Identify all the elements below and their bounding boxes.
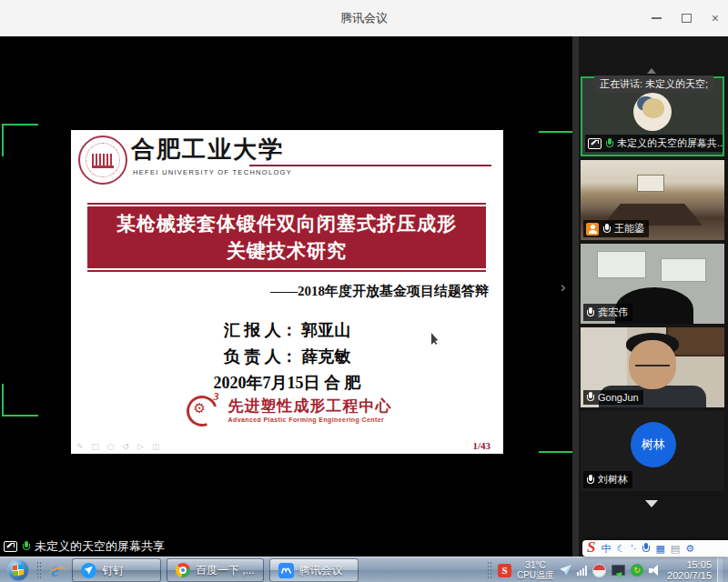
mic-icon bbox=[586, 392, 594, 403]
ime-keyboard-icon[interactable] bbox=[655, 540, 664, 557]
ime-lang-icon[interactable] bbox=[601, 540, 611, 557]
collapse-panel-chevron-icon[interactable] bbox=[561, 280, 565, 295]
sogou-tray-icon[interactable]: S bbox=[498, 564, 511, 577]
window-titlebar: 腾讯会议 × bbox=[0, 0, 728, 36]
slide-title-line1: 某枪械接套体锻件双向闭塞式挤压成形 bbox=[89, 210, 484, 237]
show-desktop-button[interactable] bbox=[717, 557, 723, 582]
participant-tile[interactable]: 龚宏伟 bbox=[581, 244, 724, 324]
ime-toolbox-icon[interactable] bbox=[685, 540, 694, 557]
screen-share-icon bbox=[588, 138, 602, 149]
mic-on-icon bbox=[22, 541, 30, 552]
speaking-banner: 正在讲话: 未定义的天空; bbox=[594, 75, 713, 93]
windows-taskbar: e 钉钉 百度一下 ,... 腾讯会议 S 31°C CPU温度 bbox=[0, 557, 728, 582]
tray-clock[interactable]: 15:05 2020/7/15 bbox=[667, 559, 712, 581]
center-emblem-icon: 3 bbox=[183, 392, 221, 426]
taskbar-button-label: 百度一下 ,... bbox=[196, 563, 255, 578]
participant-name: 刘树林 bbox=[598, 473, 628, 487]
ime-clipboard-icon[interactable] bbox=[671, 540, 680, 557]
taskbar-grip[interactable] bbox=[36, 561, 42, 579]
start-button[interactable] bbox=[7, 559, 29, 581]
participant-name-tag: 刘树林 bbox=[583, 471, 632, 488]
share-region-marker bbox=[2, 384, 38, 416]
avatar: 树林 bbox=[631, 422, 676, 467]
window-title: 腾讯会议 bbox=[340, 10, 388, 26]
center-logo-block: 3 先进塑性成形工程中心 Advanced Plastic Forming En… bbox=[71, 392, 503, 426]
security-shield-icon[interactable] bbox=[631, 564, 643, 577]
signal-bars-icon[interactable] bbox=[577, 566, 587, 576]
participant-tile[interactable]: 王能鎏 bbox=[581, 160, 724, 240]
participant-name: 未定义的天空的屏幕共... bbox=[617, 136, 724, 150]
taskbar-button-dingtalk[interactable]: 钉钉 bbox=[72, 558, 161, 582]
app-window: 腾讯会议 × 合肥工业大学 HEFEI UNIVERSITY OF TECHNO… bbox=[0, 0, 728, 582]
internet-explorer-icon[interactable]: e bbox=[51, 561, 59, 579]
share-region-marker bbox=[539, 418, 577, 453]
dingtalk-icon bbox=[81, 563, 96, 578]
taskbar-button-meeting[interactable]: 腾讯会议 bbox=[269, 558, 359, 582]
presenter-line: 汇 报 人： 郭亚山 bbox=[71, 317, 503, 344]
slide-subtitle: ——2018年度开放基金项目结题答辩 bbox=[71, 283, 489, 300]
participant-tile[interactable]: GongJun bbox=[581, 327, 724, 407]
meeting-main-area: 合肥工业大学 HEFEI UNIVERSITY OF TECHNOLOGY 某枪… bbox=[0, 36, 728, 557]
scroll-down-arrow-icon[interactable] bbox=[645, 500, 658, 514]
mic-on-icon bbox=[605, 138, 613, 149]
clock-time: 15:05 bbox=[667, 559, 712, 570]
participant-tile[interactable]: 树林 刘树林 bbox=[581, 411, 724, 491]
ime-punctuation-icon[interactable] bbox=[631, 540, 636, 557]
mic-icon bbox=[602, 224, 611, 235]
participant-name: 王能鎏 bbox=[614, 222, 644, 236]
sharing-status-text: 未定义的天空的屏幕共享 bbox=[35, 538, 165, 555]
sogou-logo-icon[interactable] bbox=[587, 538, 595, 557]
mic-icon bbox=[586, 475, 594, 486]
slide-title-banner: 某枪械接套体锻件双向闭塞式挤压成形 关键技术研究 bbox=[87, 203, 486, 272]
close-icon[interactable]: × bbox=[712, 12, 719, 25]
clock-date: 2020/7/15 bbox=[667, 570, 712, 581]
participant-name-tag: 未定义的天空的屏幕共... bbox=[585, 135, 724, 152]
slide-info-block: 汇 报 人： 郭亚山 负 责 人： 薛克敏 2020年7月15日 合 肥 bbox=[71, 317, 503, 396]
scroll-up-arrow-icon[interactable] bbox=[647, 64, 656, 74]
chrome-icon bbox=[176, 563, 190, 577]
system-tray: S 31°C CPU温度 15:05 2020/7/15 bbox=[480, 557, 728, 582]
taskbar-button-label: 腾讯会议 bbox=[299, 563, 343, 578]
participant-name-tag: 龚宏伟 bbox=[583, 304, 632, 321]
header-rule bbox=[249, 165, 491, 166]
tencent-meeting-icon bbox=[278, 563, 294, 578]
volume-icon[interactable] bbox=[649, 565, 662, 576]
avatar bbox=[633, 93, 672, 131]
ime-fullhalf-icon[interactable] bbox=[616, 540, 625, 557]
center-name: 先进塑性成形工程中心 bbox=[228, 396, 392, 416]
presenter-toolbar-icons[interactable]: ✎ □ ○ ↺ ▷ ◫ bbox=[76, 442, 162, 451]
cpu-temp-value: 31°C bbox=[517, 560, 554, 570]
tray-app-icon[interactable] bbox=[592, 564, 606, 577]
participant-name-tag: GongJun bbox=[583, 390, 643, 405]
panel-divider bbox=[572, 36, 579, 557]
university-name-en: HEFEI UNIVERSITY OF TECHNOLOGY bbox=[133, 168, 292, 176]
ime-toolbar bbox=[582, 540, 728, 557]
slide-page-number: 1/43 bbox=[472, 440, 490, 451]
center-name-en: Advanced Plastic Forming Engineering Cen… bbox=[228, 416, 392, 423]
taskbar-button-browser[interactable]: 百度一下 ,... bbox=[167, 558, 264, 582]
mic-icon bbox=[586, 307, 594, 318]
university-seal-icon bbox=[78, 135, 127, 185]
participants-panel: 正在讲话: 未定义的天空; 未定义的天空的屏幕共... 王能鎏 bbox=[579, 36, 728, 557]
minimize-icon[interactable] bbox=[652, 17, 662, 19]
participant-name: GongJun bbox=[598, 392, 639, 403]
network-icon[interactable] bbox=[612, 565, 625, 576]
tray-messenger-icon[interactable] bbox=[560, 565, 571, 576]
university-name: 合肥工业大学 bbox=[131, 134, 284, 166]
screen-share-icon bbox=[4, 541, 17, 552]
leader-line: 负 责 人： 薛克敏 bbox=[71, 344, 503, 370]
share-region-marker bbox=[539, 131, 577, 156]
ime-mic-icon[interactable] bbox=[642, 543, 650, 554]
taskbar-buttons: 钉钉 百度一下 ,... 腾讯会议 bbox=[72, 558, 359, 582]
taskbar-button-label: 钉钉 bbox=[102, 563, 124, 578]
participant-name: 龚宏伟 bbox=[598, 306, 628, 319]
cpu-temp-label: CPU温度 bbox=[517, 570, 554, 580]
cpu-temperature: 31°C CPU温度 bbox=[517, 560, 554, 580]
window-controls: × bbox=[652, 0, 719, 36]
participant-name-tag: 王能鎏 bbox=[583, 220, 649, 237]
sharing-statusbar: 未定义的天空的屏幕共享 bbox=[4, 538, 165, 555]
host-badge-icon bbox=[586, 223, 599, 236]
shared-slide: 合肥工业大学 HEFEI UNIVERSITY OF TECHNOLOGY 某枪… bbox=[71, 130, 503, 454]
tray-grip[interactable] bbox=[487, 561, 492, 579]
restore-icon[interactable] bbox=[682, 14, 692, 23]
